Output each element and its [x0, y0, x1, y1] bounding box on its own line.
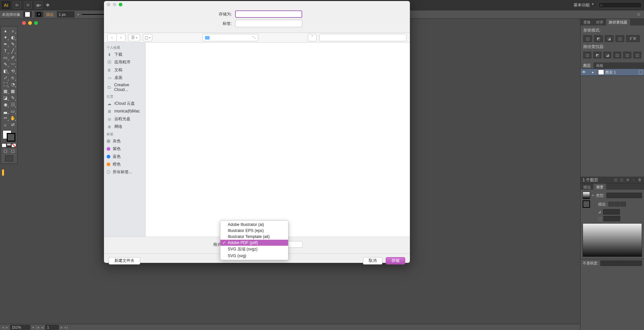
format-option-pdf[interactable]: Adobe PDF (pdf): [220, 240, 288, 246]
mesh-tool[interactable]: ▩: [9, 88, 16, 94]
exclude-button[interactable]: ◫: [615, 35, 624, 42]
fill-stroke-proxy[interactable]: [2, 129, 16, 143]
artboard-tool[interactable]: ▭: [9, 108, 16, 114]
sidebar-item-downloads[interactable]: ⬇下载: [104, 51, 145, 58]
prev-view-icon[interactable]: ◂: [2, 325, 4, 330]
blend-tool[interactable]: ◉: [2, 101, 9, 108]
column-graph-tool[interactable]: ▃: [2, 108, 9, 114]
color-mode-none[interactable]: [11, 143, 16, 147]
minus-back-button[interactable]: ◫: [633, 52, 641, 58]
view-mode-button[interactable]: ☰: [128, 34, 140, 41]
group-by-button[interactable]: ▢: [143, 34, 152, 41]
workspace-dropdown[interactable]: 基本功能: [572, 2, 595, 9]
dialog-minimize-icon[interactable]: [113, 3, 116, 6]
location-dropdown[interactable]: [203, 34, 258, 41]
next-artboard-icon[interactable]: ▸: [61, 325, 63, 330]
artboard-nav-input[interactable]: [45, 325, 59, 330]
width-tool[interactable]: ⎋: [9, 74, 16, 81]
type-tool[interactable]: T: [2, 47, 9, 54]
gradient-ramp[interactable]: [583, 223, 642, 257]
gradient-angle-input[interactable]: [603, 209, 620, 215]
trim-button[interactable]: ◩: [593, 52, 601, 58]
draw-behind[interactable]: ◻: [9, 147, 16, 154]
divide-button[interactable]: ◫: [583, 52, 591, 58]
rotate-tool[interactable]: ⟲: [9, 67, 16, 74]
sidebar-tag-gray[interactable]: 灰色: [104, 137, 145, 145]
dialog-close-icon[interactable]: [107, 3, 110, 6]
crop-button[interactable]: ◫: [613, 52, 621, 58]
first-artboard-icon[interactable]: |◂: [36, 325, 39, 330]
tab-layers[interactable]: 图层: [581, 62, 593, 68]
menu-icon-layout[interactable]: ▦▾: [35, 2, 42, 8]
free-transform-tool[interactable]: ⛶: [2, 81, 9, 88]
tab-align[interactable]: 对齐: [593, 19, 606, 26]
nav-back-button[interactable]: ‹: [108, 34, 116, 41]
minimize-document-icon[interactable]: [28, 21, 32, 25]
tab-artboards[interactable]: 画板: [593, 62, 606, 68]
delete-layer-icon[interactable]: 🗑: [637, 178, 642, 182]
layer-expand-icon[interactable]: ▸: [592, 70, 597, 75]
new-layer-icon[interactable]: ▫: [631, 178, 636, 182]
screen-mode[interactable]: [5, 155, 13, 161]
stroke-color[interactable]: [7, 133, 15, 142]
pencil-tool[interactable]: ✎: [2, 61, 9, 67]
perspective-tool[interactable]: ▦: [2, 88, 9, 94]
layer-target-icon[interactable]: [639, 70, 643, 74]
locate-layer-icon[interactable]: ⊡: [613, 178, 618, 182]
sidebar-item-applications[interactable]: Ⓐ应用程序: [104, 58, 145, 66]
next-view-icon[interactable]: ▸: [6, 325, 8, 330]
color-mode-gradient[interactable]: [7, 143, 11, 147]
blob-brush-tool[interactable]: 〰: [9, 61, 16, 67]
sidebar-item-imac[interactable]: 🖥monica的iMac: [104, 107, 145, 115]
layer-visibility-icon[interactable]: 👁: [581, 70, 587, 75]
minus-front-button[interactable]: ◩: [594, 35, 603, 42]
help-search-input[interactable]: [598, 2, 642, 8]
last-artboard-icon[interactable]: ▸|: [65, 325, 68, 330]
outline-button[interactable]: ◫: [623, 52, 631, 58]
magic-wand-tool[interactable]: ✦: [2, 34, 9, 41]
stroke-within-icon[interactable]: [621, 202, 626, 206]
direct-selection-tool[interactable]: ▵: [9, 27, 16, 34]
slice-tool[interactable]: ✂: [2, 114, 9, 121]
sidebar-item-network[interactable]: ⊕网络: [104, 123, 145, 131]
scale-tool[interactable]: ⤢: [2, 74, 9, 81]
dialog-maximize-icon[interactable]: [119, 3, 122, 6]
new-sublayer-icon[interactable]: ⊕: [625, 178, 630, 182]
eyedropper-tool[interactable]: ✎: [9, 94, 16, 101]
opacity-input[interactable]: [600, 261, 642, 266]
sidebar-item-documents[interactable]: 🗎文稿: [104, 66, 145, 74]
tab-transform[interactable]: 变换: [581, 19, 593, 26]
expand-button[interactable]: 扩展: [626, 35, 640, 42]
intersect-button[interactable]: ◪: [605, 35, 613, 42]
line-tool[interactable]: ╱: [9, 47, 16, 54]
sidebar-tag-orange[interactable]: 橙色: [104, 160, 145, 168]
symbol-sprayer-tool[interactable]: ⛆: [9, 101, 16, 108]
hand-tool[interactable]: ✋: [9, 114, 16, 121]
gradient-tool[interactable]: ◪: [2, 94, 9, 101]
format-option-svgz[interactable]: SVG 压缩 (svgz): [220, 246, 288, 253]
cancel-button[interactable]: 取消: [363, 257, 382, 265]
tab-pathfinder[interactable]: 路径查找器: [606, 19, 630, 26]
format-option-svg[interactable]: SVG (svg): [220, 253, 288, 259]
make-clipping-icon[interactable]: ◫: [619, 178, 624, 182]
menu-icon-br[interactable]: Br: [13, 2, 21, 8]
fill-swatch[interactable]: [23, 11, 32, 17]
gradient-aspect-input[interactable]: [603, 216, 620, 221]
rectangle-tool[interactable]: ▭: [2, 54, 9, 61]
menu-icon-st[interactable]: St: [24, 2, 32, 8]
gradient-swatch[interactable]: [583, 192, 590, 199]
sidebar-tag-blue[interactable]: 蓝色: [104, 153, 145, 160]
layer-name[interactable]: 图层 1: [605, 70, 639, 75]
curvature-tool[interactable]: ✎: [9, 41, 16, 47]
stroke-width-input[interactable]: [57, 11, 74, 17]
draw-normal[interactable]: ◻: [2, 147, 9, 154]
file-browser-area[interactable]: [146, 43, 410, 237]
sidebar-item-remote-disc[interactable]: ◎远程光盘: [104, 115, 145, 123]
paintbrush-tool[interactable]: ✐: [9, 54, 16, 61]
controlbar-collapse[interactable]: ⊟: [635, 12, 642, 17]
save-as-input[interactable]: [235, 10, 302, 18]
sidebar-tag-purple[interactable]: 紫色: [104, 145, 145, 153]
nav-forward-button[interactable]: ›: [116, 34, 125, 41]
pen-tool[interactable]: ✒: [2, 41, 9, 47]
shape-builder-tool[interactable]: ◔: [9, 81, 16, 88]
